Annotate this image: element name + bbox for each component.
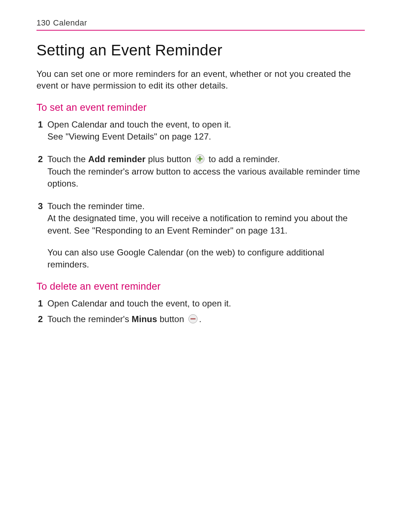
step-item: 2 Touch the reminder's Minus button . [47,313,365,325]
step-item: 2 Touch the Add reminder plus button to … [47,153,365,190]
header-section: Calendar [53,18,87,28]
step-body: Touch the Add reminder plus button to ad… [47,153,365,190]
step-text: Open Calendar and touch the event, to op… [47,120,231,129]
manual-page: 130 Calendar Setting an Event Reminder Y… [0,0,394,532]
subheading-set-reminder: To set an event reminder [36,102,365,113]
step-text: Touch the reminder's [47,314,132,324]
svg-rect-4 [190,318,196,320]
step-body: Touch the reminder time. At the designat… [47,200,365,271]
svg-rect-2 [197,158,202,160]
step-text: See "Viewing Event Details" on page 127. [47,132,211,141]
step-number: 1 [38,297,43,310]
steps-delete-reminder: 1 Open Calendar and touch the event, to … [36,297,365,325]
subheading-delete-reminder: To delete an event reminder [36,281,365,292]
step-item: 1 Open Calendar and touch the event, to … [47,297,365,310]
step-text: Touch the reminder time. [47,201,145,211]
minus-icon [188,314,198,324]
step-text: You can also use Google Calendar (on the… [47,246,365,271]
page-title: Setting an Event Reminder [36,42,365,59]
step-number: 2 [38,313,43,325]
step-text: button [157,314,187,324]
step-item: 1 Open Calendar and touch the event, to … [47,118,365,143]
step-text: Touch the reminder's arrow button to acc… [47,167,360,189]
step-text: Open Calendar and touch the event, to op… [47,298,231,308]
step-number: 1 [38,118,43,131]
step-item: 3 Touch the reminder time. At the design… [47,200,365,271]
step-body: Open Calendar and touch the event, to op… [47,297,365,310]
step-text-bold: Add reminder [88,154,146,164]
step-number: 3 [38,200,43,212]
step-number: 2 [38,153,43,165]
step-text-bold: Minus [132,314,157,324]
step-text: At the designated time, you will receive… [47,213,348,235]
running-header: 130 Calendar [36,18,365,31]
page-number: 130 [36,18,50,28]
step-body: Open Calendar and touch the event, to op… [47,118,365,143]
intro-paragraph: You can set one or more reminders for an… [36,68,365,92]
step-text: . [199,314,202,324]
step-text: Touch the [47,154,88,164]
step-text: plus button [146,154,194,164]
step-text: to add a reminder. [206,154,280,164]
steps-set-reminder: 1 Open Calendar and touch the event, to … [36,118,365,271]
step-body: Touch the reminder's Minus button . [47,313,365,325]
plus-icon [195,154,205,164]
